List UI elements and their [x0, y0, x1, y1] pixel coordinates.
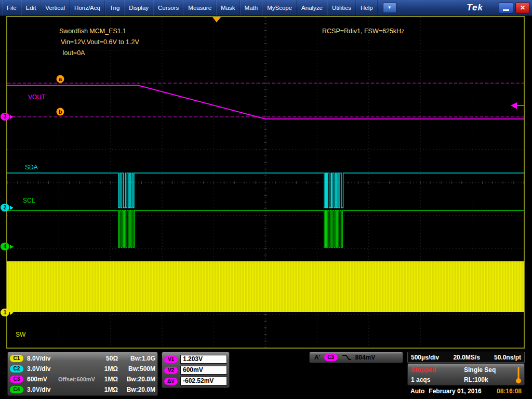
- close-button[interactable]: ✕: [515, 2, 530, 14]
- acq-mode: Single Seq: [464, 366, 496, 374]
- c2-scale: 3.0V/div: [27, 365, 58, 373]
- annotation-right: RCSP=Rdiv1, FSW=625kHz: [322, 28, 404, 35]
- dv-value[interactable]: -602.52mV: [180, 377, 227, 385]
- cursor-v2-row: V2 600mV: [164, 365, 227, 376]
- menu-display[interactable]: Display: [124, 0, 153, 16]
- channel1-ground-marker[interactable]: 1: [1, 309, 14, 316]
- channel4-marker-arrow-icon: [10, 245, 14, 249]
- trigger-source-badge[interactable]: C3: [324, 354, 338, 361]
- c1-bandwidth: Bw:1.0G: [118, 355, 155, 362]
- horizontal-scale: 500µs/div: [411, 354, 439, 361]
- c4-badge[interactable]: C4: [10, 386, 23, 393]
- minimize-button[interactable]: [499, 2, 513, 14]
- c3-bandwidth: Bw:20.0M: [118, 376, 155, 383]
- annotation-line1: Swordfish MCM_ES1.1: [59, 28, 126, 35]
- vout-trace: [7, 85, 524, 119]
- horizontal-readout-panel[interactable]: 500µs/div 20.0MS/s 50.0ns/pt: [407, 352, 525, 363]
- channel4-ground-marker[interactable]: 4: [1, 243, 14, 250]
- sw-trace: [7, 261, 524, 312]
- v2-value[interactable]: 600mV: [180, 366, 227, 375]
- c2-impedance: 1MΩ: [98, 365, 118, 373]
- c2-bandwidth: Bw:500M: [118, 365, 155, 373]
- c1-badge[interactable]: C1: [10, 355, 23, 362]
- c4-scale: 3.0V/div: [27, 386, 58, 393]
- acq-count-row: 1 acqs RL:100k: [411, 375, 521, 384]
- vout-label: VOUT: [28, 94, 46, 101]
- sample-resolution: 50.0ns/pt: [494, 354, 521, 361]
- sample-rate: 20.0MS/s: [453, 354, 480, 361]
- menu-horiz-acq[interactable]: Horiz/Acq: [70, 0, 105, 16]
- channel2-marker-label: 2: [1, 204, 9, 211]
- menubar-spacer: [396, 0, 467, 16]
- cursor-a-label: a: [59, 76, 62, 82]
- channel-readout-panel: C1 8.0V/div 50Ω Bw:1.0G C2 3.0V/div 1MΩ …: [7, 352, 158, 396]
- trigger-level-arrow[interactable]: [511, 102, 517, 109]
- channel-row-c1[interactable]: C1 8.0V/div 50Ω Bw:1.0G: [10, 353, 155, 364]
- cursor-readout-panel: V1 1.203V V2 600mV ΔV -602.52mV: [162, 352, 230, 388]
- channel2-marker-arrow-icon: [10, 206, 14, 210]
- channel1-marker-arrow-icon: [10, 311, 14, 315]
- cursor-dv-row: ΔV -602.52mV: [164, 376, 227, 387]
- menu-trig[interactable]: Trig: [105, 0, 124, 16]
- channel-row-c3[interactable]: C3 600mV Offset:600mV 1MΩ Bw:20.0M: [10, 374, 155, 384]
- minimize-icon: [503, 9, 509, 11]
- channel3-marker-arrow-icon: [10, 115, 14, 119]
- trigger-level-value: 804mV: [355, 354, 376, 361]
- menu-measure[interactable]: Measure: [183, 0, 216, 16]
- acq-status: Stopped: [411, 366, 464, 374]
- menu-analyze[interactable]: Analyze: [297, 0, 327, 16]
- acq-status-row: Stopped Single Seq: [411, 365, 521, 375]
- menu-myscope[interactable]: MyScope: [262, 0, 297, 16]
- menu-mask[interactable]: Mask: [216, 0, 240, 16]
- time-label: 08:16:08: [497, 388, 522, 395]
- record-length: RL:100k: [464, 376, 488, 383]
- falling-edge-icon: [341, 354, 352, 361]
- graticule: a b Swordfish MCM_ES1.1 Vin=12V,Vout=0.6…: [7, 17, 524, 348]
- channel3-marker-label: 3: [1, 113, 9, 121]
- channel3-ground-marker[interactable]: 3: [1, 113, 14, 121]
- v1-badge[interactable]: V1: [164, 356, 178, 363]
- sda-label: SDA: [25, 164, 38, 171]
- trigger-mode[interactable]: Auto: [410, 388, 424, 395]
- channel-row-c4[interactable]: C4 3.0V/div 1MΩ Bw:20.0M: [10, 384, 155, 395]
- channel1-marker-label: 1: [1, 309, 9, 316]
- c1-impedance: 50Ω: [98, 355, 118, 362]
- c3-offset: Offset:600mV: [58, 376, 98, 382]
- acquisition-status-panel: Stopped Single Seq 1 acqs RL:100k: [407, 363, 525, 385]
- menu-vertical[interactable]: Vertical: [41, 0, 70, 16]
- menu-bar: File Edit Vertical Horiz/Acq Trig Displa…: [0, 0, 532, 16]
- trigger-readout-panel[interactable]: A' C3 804mV: [309, 352, 403, 363]
- trigger-position-marker[interactable]: [212, 17, 221, 22]
- dv-badge[interactable]: ΔV: [164, 378, 178, 385]
- waveform-display: a b Swordfish MCM_ES1.1 Vin=12V,Vout=0.6…: [6, 16, 525, 349]
- menu-edit[interactable]: Edit: [21, 0, 41, 16]
- scl-label: SCL: [23, 197, 35, 204]
- annotation-line3: Iout=0A: [62, 49, 85, 57]
- cursor-v1-row: V1 1.203V: [164, 354, 227, 365]
- v1-value[interactable]: 1.203V: [180, 355, 227, 364]
- channel4-marker-label: 4: [1, 243, 9, 250]
- tek-logo: Tek: [467, 0, 483, 16]
- cursor-b-label: b: [59, 109, 62, 115]
- close-icon: ✕: [520, 4, 525, 11]
- channel-row-c2[interactable]: C2 3.0V/div 1MΩ Bw:500M: [10, 364, 155, 374]
- v2-badge[interactable]: V2: [164, 367, 178, 374]
- annotation-line2: Vin=12V,Vout=0.6V to 1.2V: [61, 38, 139, 46]
- acq-count: 1 acqs: [411, 376, 464, 383]
- c3-impedance: 1MΩ: [98, 376, 118, 383]
- c3-badge[interactable]: C3: [10, 376, 23, 383]
- menu-dropdown-button[interactable]: ▼: [383, 3, 396, 13]
- channel2-ground-marker[interactable]: 2: [1, 204, 14, 211]
- sw-label: SW: [16, 331, 26, 338]
- menu-math[interactable]: Math: [240, 0, 263, 16]
- trigger-a-label: A': [314, 354, 321, 361]
- chevron-down-icon: ▼: [388, 5, 392, 10]
- menu-help[interactable]: Help: [356, 0, 378, 16]
- c2-badge[interactable]: C2: [10, 365, 23, 373]
- status-datetime-row: Auto February 01, 2016 08:16:08: [407, 386, 525, 396]
- c3-scale: 600mV: [27, 376, 58, 383]
- c4-bandwidth: Bw:20.0M: [118, 386, 155, 393]
- menu-utilities[interactable]: Utilities: [327, 0, 356, 16]
- menu-file[interactable]: File: [2, 0, 21, 16]
- menu-cursors[interactable]: Cursors: [153, 0, 183, 16]
